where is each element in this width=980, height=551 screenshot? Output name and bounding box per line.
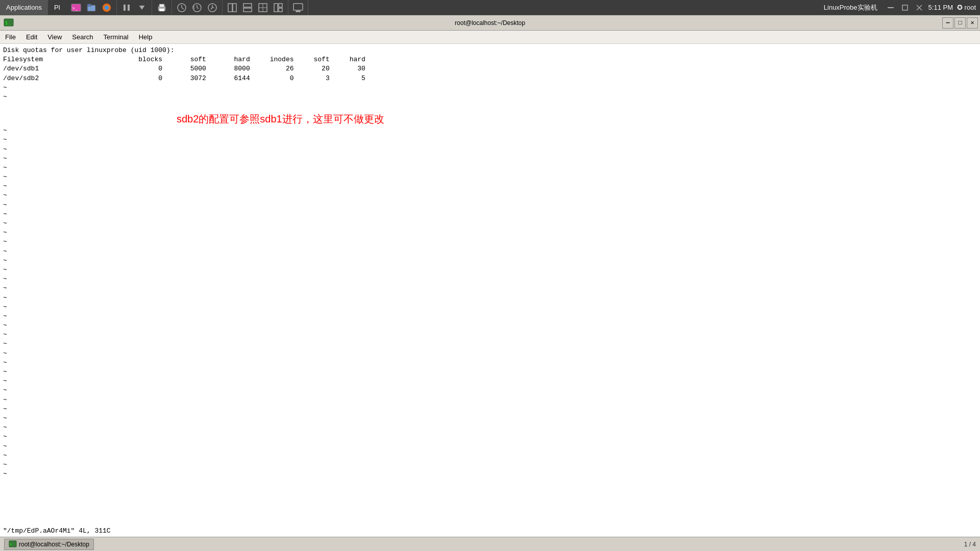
tilde-19: ~ [3, 274, 977, 284]
tilde-38: ~ [3, 451, 977, 460]
quota-header-line: Disk quotas for user linuxprobe (uid 100… [3, 46, 977, 55]
menu-view[interactable]: View [42, 31, 67, 43]
svg-rect-10 [159, 4, 164, 7]
toolbar-section-6 [288, 0, 308, 15]
tilde-24: ~ [3, 321, 977, 330]
file-manager-icon[interactable] [84, 1, 99, 15]
close-button[interactable]: ✕ [967, 17, 978, 29]
svg-text:>_: >_ [72, 6, 78, 11]
status-bar: $ root@localhost:~/Desktop 1 / 4 [0, 537, 980, 551]
toolbar-section-4 [172, 0, 223, 15]
window-title: root@localhost:~/Desktop [455, 19, 525, 27]
schedule-icon[interactable] [205, 1, 219, 15]
tilde-31: ~ [3, 386, 977, 395]
window-layout4-icon[interactable] [271, 1, 285, 15]
menu-bar: File Edit View Search Terminal Help [0, 31, 980, 44]
tilde-17: ~ [3, 256, 977, 265]
window-layout1-icon[interactable] [225, 1, 239, 15]
tilde-9: ~ [3, 182, 977, 191]
tilde-3: ~ [3, 126, 977, 135]
terminal-icon[interactable]: >_ [69, 1, 83, 15]
window-app-icon: $_ [3, 17, 14, 29]
svg-rect-36 [902, 5, 908, 10]
window-layout3-icon[interactable] [256, 1, 270, 15]
tilde-33: ~ [3, 405, 977, 414]
taskbar-terminal-icon: $ [9, 540, 17, 548]
toolbar-section-2 [117, 0, 152, 15]
menu-search[interactable]: Search [67, 31, 98, 43]
minimize-button[interactable]: — [942, 17, 953, 29]
tilde-15: ~ [3, 237, 977, 246]
display-icon[interactable] [291, 1, 305, 15]
clock-icon[interactable] [175, 1, 189, 15]
applications-menu[interactable]: Applications [0, 0, 48, 15]
annotation-text: sdb2的配置可参照sdb1进行，这里可不做更改 [177, 112, 977, 126]
tilde-23: ~ [3, 312, 977, 321]
menu-file[interactable]: File [0, 31, 21, 43]
svg-rect-31 [279, 8, 282, 12]
tilde-2: ~ [3, 92, 977, 102]
menu-terminal[interactable]: Terminal [99, 31, 134, 43]
svg-point-5 [105, 6, 109, 10]
browser-icon[interactable] [100, 1, 114, 15]
quota-row1: /dev/sdb1 0 5000 8000 26 20 30 [3, 64, 977, 73]
tilde-11: ~ [3, 201, 977, 210]
tilde-14: ~ [3, 228, 977, 237]
clock-display: 5:11 PM [928, 4, 953, 11]
machine-name-label: LinuxProbe实验机 [824, 3, 877, 12]
window-layout2-icon[interactable] [240, 1, 255, 15]
toolbar-section-1: >_ [66, 0, 117, 15]
tilde-13: ~ [3, 219, 977, 228]
places-menu[interactable]: Pl [48, 0, 66, 15]
tilde-29: ~ [3, 367, 977, 377]
svg-line-17 [197, 8, 199, 9]
menu-edit[interactable]: Edit [21, 31, 42, 43]
tilde-20: ~ [3, 284, 977, 293]
dropdown-icon[interactable] [135, 1, 149, 15]
svg-marker-8 [139, 6, 144, 10]
svg-line-14 [182, 8, 184, 9]
maximize-button[interactable]: □ [954, 17, 966, 29]
toolbar-section-3 [152, 0, 172, 15]
tilde-32: ~ [3, 395, 977, 405]
system-bar: Applications Pl >_ [0, 0, 980, 15]
window-controls: — □ ✕ [942, 15, 980, 30]
tilde-40: ~ [3, 469, 977, 479]
svg-rect-11 [159, 9, 164, 11]
terminal-content[interactable]: Disk quotas for user linuxprobe (uid 100… [0, 44, 980, 537]
tilde-12: ~ [3, 210, 977, 219]
svg-rect-30 [279, 4, 282, 7]
tilde-16: ~ [3, 247, 977, 256]
tilde-36: ~ [3, 432, 977, 441]
taskbar-item[interactable]: $ root@localhost:~/Desktop [4, 539, 94, 550]
history-icon[interactable] [190, 1, 204, 15]
tilde-22: ~ [3, 303, 977, 312]
menu-help[interactable]: Help [134, 31, 158, 43]
user-label: ✪ root [957, 4, 976, 11]
tilde-26: ~ [3, 339, 977, 348]
svg-rect-22 [228, 4, 232, 12]
svg-rect-35 [888, 7, 894, 8]
tilde-5: ~ [3, 145, 977, 154]
tilde-1: ~ [3, 83, 977, 92]
tilde-8: ~ [3, 172, 977, 182]
vim-bottom-line: "/tmp/EdP.aAOr4Mi" 4L, 311C [3, 527, 111, 536]
window-titlebar: $_ root@localhost:~/Desktop — □ ✕ [0, 15, 980, 31]
toolbar-section-5 [223, 0, 288, 15]
titlebar-minimize-icon[interactable] [886, 3, 895, 12]
quota-row2: /dev/sdb2 0 3072 6144 0 3 5 [3, 74, 977, 83]
svg-line-20 [211, 8, 212, 9]
svg-rect-25 [243, 8, 252, 12]
svg-rect-7 [128, 5, 130, 11]
titlebar-restore-icon[interactable] [900, 3, 910, 12]
quota-table-header: Filesystem blocks soft hard inodes soft … [3, 55, 977, 64]
tilde-35: ~ [3, 423, 977, 432]
print-icon[interactable] [155, 1, 169, 15]
system-bar-right: LinuxProbe实验机 5:11 PM ✪ root [824, 0, 980, 15]
svg-rect-24 [243, 4, 252, 7]
pause-icon[interactable] [119, 1, 134, 15]
titlebar-close-icon[interactable] [915, 3, 924, 12]
tilde-21: ~ [3, 293, 977, 303]
svg-rect-6 [124, 5, 126, 11]
svg-rect-23 [233, 4, 236, 12]
